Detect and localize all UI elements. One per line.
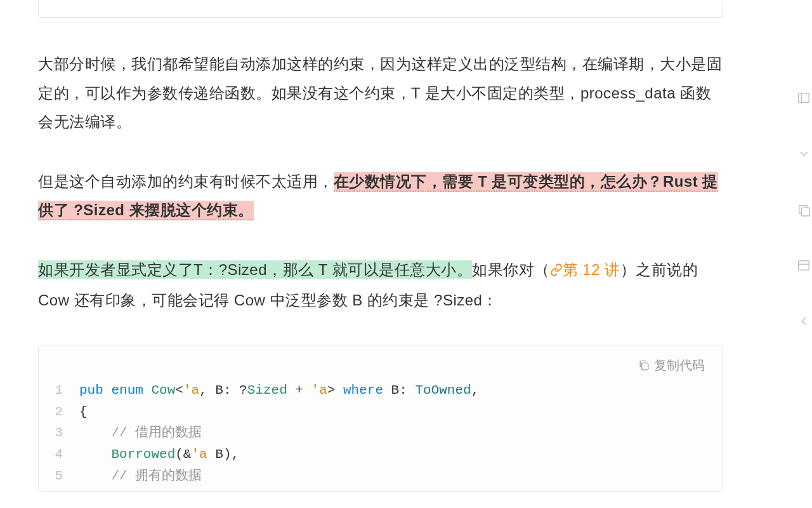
floating-sidebar	[797, 83, 812, 337]
line-number: 2	[39, 401, 79, 423]
sidebar-btn-3[interactable]	[797, 194, 811, 225]
code-text: // 拥有的数据	[79, 465, 202, 487]
line-number: 5	[39, 465, 79, 487]
code-body: 1 pub enum Cow<'a, B: ?Sized + 'a> where…	[39, 377, 723, 491]
code-line-1: 1 pub enum Cow<'a, B: ?Sized + 'a> where…	[39, 380, 723, 401]
article-content: 大部分时候，我们都希望能自动添加这样的约束，因为这样定义出的泛型结构，在编译期，…	[0, 0, 761, 492]
paragraph-2: 但是这个自动添加的约束有时候不太适用，在少数情况下，需要 T 是可变类型的，怎么…	[38, 167, 723, 225]
paragraph-2-plain: 但是这个自动添加的约束有时候不太适用，	[38, 173, 334, 190]
code-line-5: 5 // 拥有的数据	[39, 465, 723, 487]
link-icon	[550, 257, 563, 286]
copy-code-button[interactable]: 复制代码	[39, 345, 723, 377]
code-line-2: 2 {	[39, 401, 723, 423]
sidebar-btn-1[interactable]	[797, 83, 811, 113]
code-text: Borrowed(&'a B),	[79, 444, 239, 465]
svg-rect-3	[801, 208, 809, 216]
code-text: pub enum Cow<'a, B: ?Sized + 'a> where B…	[79, 380, 479, 401]
line-number: 3	[39, 422, 79, 444]
line-number: 4	[39, 444, 79, 465]
paragraph-1: 大部分时候，我们都希望能自动添加这样的约束，因为这样定义出的泛型结构，在编译期，…	[38, 50, 723, 137]
sidebar-btn-2[interactable]	[797, 138, 811, 169]
previous-card-bottom	[38, 0, 723, 18]
paragraph-3: 如果开发者显式定义了T：?Sized，那么 T 就可以是任意大小。如果你对（第 …	[38, 255, 723, 314]
svg-rect-4	[799, 261, 809, 271]
svg-rect-1	[799, 93, 809, 103]
paragraph-3-green: 如果开发者显式定义了T：?Sized，那么 T 就可以是任意大小。	[38, 260, 472, 279]
line-number: 1	[39, 380, 79, 401]
svg-rect-0	[642, 363, 648, 370]
code-text: // 借用的数据	[79, 422, 202, 444]
copy-label: 复制代码	[654, 353, 705, 377]
sidebar-btn-back[interactable]	[797, 306, 811, 337]
code-text: {	[79, 401, 88, 423]
sidebar-btn-4[interactable]	[797, 250, 811, 281]
paragraph-3-after-green: 如果你对（	[472, 261, 550, 278]
lecture-12-link[interactable]: 第 12 讲	[550, 261, 620, 278]
code-line-4: 4 Borrowed(&'a B),	[39, 444, 723, 465]
link-text: 第 12 讲	[563, 261, 620, 278]
copy-icon	[638, 359, 650, 371]
code-line-3: 3 // 借用的数据	[39, 422, 723, 444]
code-block: 复制代码 1 pub enum Cow<'a, B: ?Sized + 'a> …	[38, 345, 723, 492]
